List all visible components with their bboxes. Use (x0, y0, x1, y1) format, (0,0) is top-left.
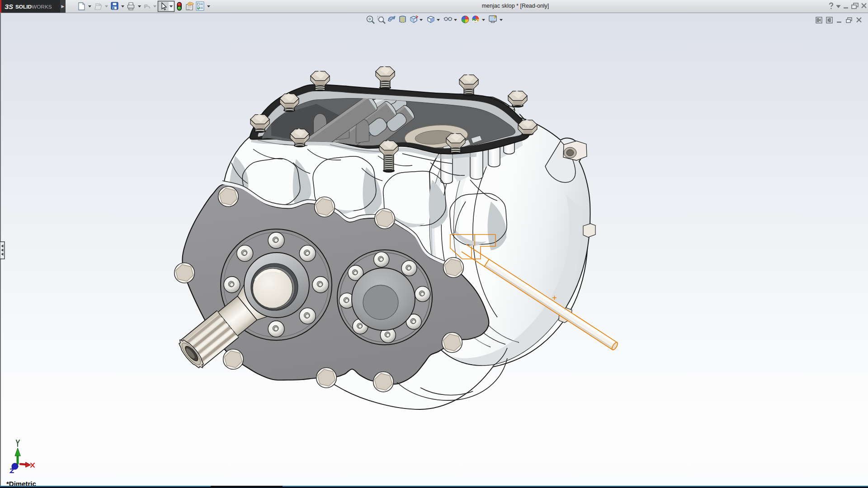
svg-text:ЗS: ЗS (5, 3, 13, 10)
svg-text:SOLIDWORKS: SOLIDWORKS (15, 4, 52, 10)
